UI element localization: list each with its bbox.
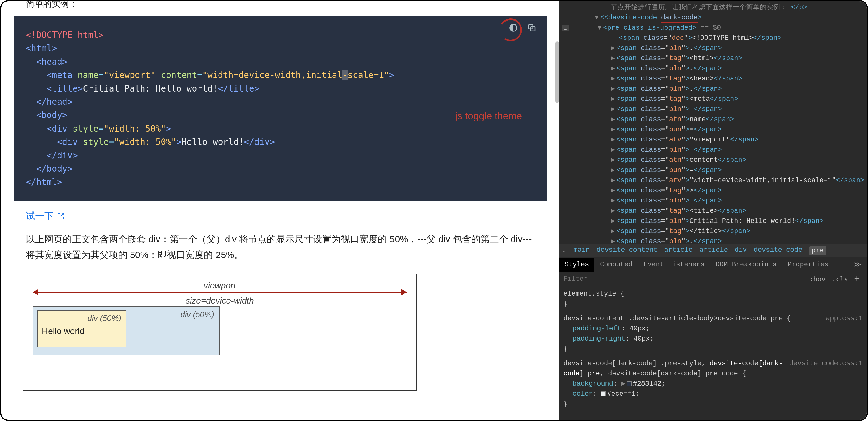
tab-styles[interactable]: Styles bbox=[559, 258, 594, 272]
breadcrumb-item[interactable]: devsite-content bbox=[596, 246, 657, 255]
style-rule: element.style { } bbox=[563, 289, 863, 309]
rule-origin-link[interactable]: app.css:1 bbox=[826, 313, 863, 324]
dom-row[interactable]: ▶<span class="tag"><html></span> bbox=[562, 53, 864, 63]
dom-row[interactable]: ▶<span class="tag"><title></span> bbox=[562, 206, 864, 216]
dom-row[interactable]: ▶<span class="pln">…</span> bbox=[562, 84, 864, 94]
elements-dom-tree[interactable]: 节点开始进行遍历。让我们考虑下面这样一个简单的实例： </p> ▼<<devsi… bbox=[559, 1, 867, 244]
css-property[interactable]: background: ▶#283142; bbox=[563, 379, 863, 389]
breadcrumb-item[interactable]: div bbox=[735, 246, 747, 255]
rule-selector: devsite-content .devsite-article-body>de… bbox=[563, 313, 863, 324]
viewport-label-2: size=device-width bbox=[33, 296, 407, 306]
theme-toggle-icon[interactable] bbox=[508, 22, 519, 33]
tabs-overflow-icon[interactable]: ≫ bbox=[848, 257, 867, 272]
dom-row[interactable]: ▶<span class="tag"></title></span> bbox=[562, 226, 864, 236]
app-window: 简单的实例： js toggle theme <!DOCTYPE html> <… bbox=[0, 0, 868, 421]
tab-dom-breakpoints[interactable]: DOM Breakpoints bbox=[710, 258, 782, 272]
hello-world-text: Hello world bbox=[42, 327, 121, 336]
rule-close: } bbox=[563, 399, 863, 409]
dom-row[interactable]: ▶<span class="atv">"viewport"</span> bbox=[562, 135, 864, 145]
outer-div-box: div (50%) div (50%) Hello world bbox=[33, 306, 220, 355]
try-it-link[interactable]: 试一下 bbox=[26, 210, 65, 223]
dom-row[interactable]: ▶<span class="pun">=</span> bbox=[562, 124, 864, 135]
layout-diagram: viewport size=device-width div (50%) div… bbox=[23, 274, 417, 391]
dom-row[interactable]: ▶<span class="pln">…</span> bbox=[562, 236, 864, 244]
dom-row[interactable]: ▶<span class="pln">…</span> bbox=[562, 196, 864, 206]
annotation-label: js toggle theme bbox=[455, 109, 522, 124]
tab-event-listeners[interactable]: Event Listeners bbox=[638, 258, 710, 272]
viewport-arrow bbox=[33, 291, 407, 293]
dom-row[interactable]: ▶<span class="pln">Critial Path: Hello w… bbox=[562, 216, 864, 226]
tab-computed[interactable]: Computed bbox=[594, 258, 638, 272]
dom-row[interactable]: ▶<span class="atn">content</span> bbox=[562, 155, 864, 165]
dom-row[interactable]: ▶<span class="pln">…</span> bbox=[562, 43, 864, 53]
css-property[interactable]: padding-left: 40px; bbox=[563, 324, 863, 334]
devtools-panel: 节点开始进行遍历。让我们考虑下面这样一个简单的实例： </p> ▼<<devsi… bbox=[559, 1, 867, 420]
cls-toggle[interactable]: .cls bbox=[829, 274, 851, 284]
style-rule: app.css:1 devsite-content .devsite-artic… bbox=[563, 313, 863, 354]
tab-properties[interactable]: Properties bbox=[782, 258, 834, 272]
code-block: js toggle theme <!DOCTYPE html> <html> <… bbox=[13, 16, 547, 201]
copy-icon[interactable] bbox=[526, 22, 537, 33]
dom-row[interactable]: ▶<span class="pun">=</span> bbox=[562, 165, 864, 175]
breadcrumb-item[interactable]: pre bbox=[809, 246, 827, 255]
dom-row[interactable]: … ▼<pre class is-upgraded> == $0 bbox=[562, 23, 864, 33]
viewport-label-1: viewport bbox=[33, 280, 407, 291]
inner-div-label: div (50%) bbox=[87, 313, 121, 323]
dom-row[interactable]: ▶<span class="atn">name</span> bbox=[562, 114, 864, 124]
truncated-text-row: 节点开始进行遍历。让我们考虑下面这样一个简单的实例： </p> bbox=[562, 2, 864, 12]
style-rule: devsite_code.css:1 devsite-code[dark-cod… bbox=[563, 359, 863, 409]
breadcrumb-item[interactable]: article bbox=[699, 246, 727, 255]
outer-div-label: div (50%) bbox=[180, 310, 214, 319]
elements-breadcrumb: … maindevsite-contentarticlearticledivde… bbox=[559, 244, 867, 257]
hov-toggle[interactable]: :hov bbox=[806, 274, 829, 284]
dom-row[interactable]: ▶<span class="pln"> </span> bbox=[562, 104, 864, 114]
css-property[interactable]: padding-right: 40px; bbox=[563, 334, 863, 344]
try-it-label: 试一下 bbox=[26, 210, 54, 223]
dom-row[interactable]: <span class="dec"><!DOCTYPE html></span> bbox=[562, 33, 864, 43]
page-scrollbar[interactable] bbox=[555, 41, 559, 103]
dom-row[interactable]: ▼<<devsite-code dark-code> bbox=[562, 12, 864, 23]
dom-row[interactable]: ▶<span class="pln"> </span> bbox=[562, 145, 864, 155]
styles-tabbar: StylesComputedEvent ListenersDOM Breakpo… bbox=[559, 257, 867, 272]
dom-row[interactable]: ▶<span class="tag">></span> bbox=[562, 186, 864, 196]
rule-close: } bbox=[563, 299, 863, 309]
body-paragraph: 以上网页的正文包含两个嵌套 div：第一个（父）div 将节点的显示尺寸设置为视… bbox=[26, 231, 534, 262]
rule-close: } bbox=[563, 344, 863, 354]
rule-origin-link[interactable]: devsite_code.css:1 bbox=[789, 359, 863, 369]
styles-pane[interactable]: element.style { } app.css:1 devsite-cont… bbox=[559, 286, 867, 420]
add-rule-icon[interactable]: + bbox=[851, 274, 863, 284]
documentation-page: 简单的实例： js toggle theme <!DOCTYPE html> <… bbox=[1, 1, 559, 420]
external-link-icon bbox=[57, 212, 65, 220]
dom-row[interactable]: ▶<span class="tag"><meta</span> bbox=[562, 94, 864, 104]
breadcrumb-ellipsis[interactable]: … bbox=[563, 247, 567, 255]
dom-row[interactable]: ▶<span class="tag"><head></span> bbox=[562, 74, 864, 84]
breadcrumb-item[interactable]: devsite-code bbox=[754, 246, 802, 255]
code-action-bar bbox=[508, 22, 537, 33]
styles-filter-row: :hov .cls + bbox=[559, 272, 867, 286]
breadcrumb-item[interactable]: main bbox=[574, 246, 590, 255]
dom-row[interactable]: ▶<span class="atv">"width=device-width,i… bbox=[562, 175, 864, 186]
breadcrumb-item[interactable]: article bbox=[664, 246, 692, 255]
dom-span-rows: <span class="dec"><!DOCTYPE html></span>… bbox=[562, 33, 864, 244]
dom-row[interactable]: ▶<span class="pln">…</span> bbox=[562, 63, 864, 74]
css-property[interactable]: color: #eceff1; bbox=[563, 389, 863, 399]
heading-text: 简单的实例： bbox=[26, 1, 534, 10]
styles-filter-input[interactable] bbox=[563, 275, 806, 283]
inner-div-box: div (50%) Hello world bbox=[37, 310, 126, 347]
rule-selector: element.style { bbox=[563, 289, 863, 299]
